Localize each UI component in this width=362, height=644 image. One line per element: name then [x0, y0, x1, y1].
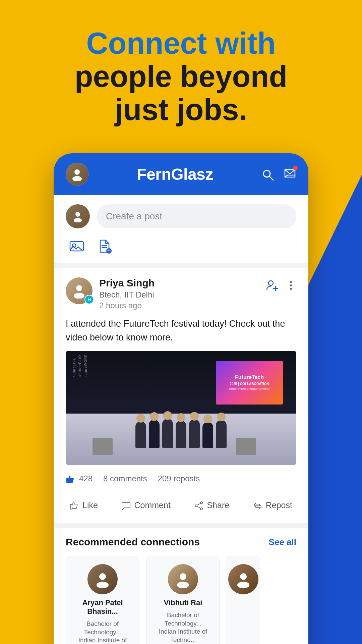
connect-user-button[interactable] [266, 277, 279, 291]
post-user-info: H Priya Singh Btech, IIT Delhi 2 hours a… [66, 277, 155, 310]
repost-label: Repost [266, 500, 292, 510]
share-icon [194, 499, 203, 511]
svg-point-22 [200, 508, 202, 510]
post-stats: 428 8 comments 209 reposts [66, 473, 296, 491]
svg-point-26 [99, 573, 106, 580]
post-action-icons [66, 236, 296, 256]
like-button[interactable]: Like [66, 497, 102, 514]
notification-badge [293, 166, 298, 170]
app-content: Create a post [54, 195, 308, 644]
user-badge: H [84, 295, 94, 304]
connection-avatar-1 [87, 564, 118, 594]
svg-point-0 [74, 169, 80, 175]
repost-button[interactable]: Repost [249, 497, 296, 514]
stage-screen: FutureTech 2025 | COLLABORATION #CREATIV… [216, 361, 283, 405]
likes-stat: 428 [66, 473, 93, 484]
post-user-name: Priya Singh [99, 277, 155, 289]
header-icons [261, 167, 296, 181]
connection-role-2: Bachelor of Technology... Indian Institu… [152, 611, 214, 644]
svg-point-15 [268, 281, 273, 285]
svg-point-27 [97, 582, 109, 588]
photo-icon[interactable] [67, 236, 86, 256]
svg-point-31 [237, 582, 249, 588]
connection-avatar-3 [228, 564, 258, 594]
connection-role-1: Bachelor of Technology... Indian Institu… [71, 620, 134, 644]
post-text: I attended the FutureTech festival today… [66, 317, 296, 344]
phone-mock: FernGlasz [54, 153, 308, 644]
recommended-title: Recommended connections [66, 536, 200, 548]
connection-name-2: Vibhuti Rai [164, 598, 202, 607]
stage-people [135, 419, 227, 448]
svg-point-1 [72, 176, 82, 181]
recommended-header: Recommended connections See all [66, 536, 296, 548]
avatar-image [66, 163, 88, 185]
messages-icon[interactable] [284, 167, 296, 181]
post-user-role: Btech, IIT Delhi [99, 290, 154, 300]
repost-icon [253, 499, 262, 511]
create-post-row: Create a post [66, 204, 296, 228]
svg-line-24 [197, 503, 200, 505]
create-post-input[interactable]: Create a post [97, 204, 296, 228]
comment-label: Comment [134, 500, 170, 510]
post-user-details: Priya Singh Btech, IIT Delhi 2 hours ago [99, 277, 155, 310]
header-user-avatar[interactable] [66, 163, 88, 185]
svg-point-28 [180, 573, 186, 580]
reposts-count: 209 reposts [158, 474, 200, 483]
app-title: FernGlasz [137, 165, 213, 183]
like-thumb-icon [66, 473, 76, 484]
reposts-stat: 209 reposts [158, 474, 200, 483]
connection-name-1: Aryan Patel Bhasin... [71, 598, 134, 616]
post-header-actions [266, 277, 296, 291]
svg-point-14 [74, 293, 84, 299]
share-label: Share [207, 500, 229, 510]
svg-point-30 [240, 573, 247, 580]
event-stage: FutureTech 2025 | COLLABORATION #CREATIV… [66, 351, 296, 465]
create-post-placeholder: Create a post [106, 211, 162, 221]
comment-button[interactable]: Comment [117, 497, 174, 514]
recommended-section: Recommended connections See all Aryan Pa… [54, 528, 308, 644]
post-user-avatar-container: H [66, 277, 93, 304]
likes-count: 428 [79, 474, 93, 483]
comment-icon [121, 499, 131, 511]
svg-point-20 [290, 288, 292, 290]
create-post-section: Create a post [54, 195, 308, 263]
connections-row: Aryan Patel Bhasin... Bachelor of Techno… [66, 556, 296, 644]
connection-card-1[interactable]: Aryan Patel Bhasin... Bachelor of Techno… [66, 556, 139, 644]
svg-point-18 [290, 281, 292, 283]
post-header: H Priya Singh Btech, IIT Delhi 2 hours a… [66, 277, 296, 310]
post-image: FutureTech 2025 | COLLABORATION #CREATIV… [66, 351, 296, 465]
post-time: 2 hours ago [99, 301, 155, 310]
document-icon[interactable] [95, 236, 114, 256]
search-icon[interactable] [261, 167, 274, 181]
comments-stat: 8 comments [103, 474, 147, 483]
see-all-button[interactable]: See all [269, 537, 296, 547]
post-card: H Priya Singh Btech, IIT Delhi 2 hours a… [54, 268, 308, 523]
svg-point-19 [290, 284, 292, 286]
svg-point-13 [76, 285, 82, 291]
like-icon [70, 499, 79, 511]
svg-line-3 [269, 176, 273, 180]
current-user-avatar [66, 204, 90, 228]
svg-point-21 [200, 502, 202, 504]
phone-container: FernGlasz [0, 147, 362, 644]
svg-point-5 [74, 218, 82, 222]
comments-count: 8 comments [103, 474, 147, 483]
more-options-button[interactable] [286, 277, 296, 291]
connection-avatar-2 [168, 564, 198, 594]
app-header: FernGlasz [54, 153, 308, 195]
share-button[interactable]: Share [190, 497, 233, 514]
heading-section: Connect with people beyond just jobs. [0, 0, 362, 147]
connection-card-2[interactable]: Vibhuti Rai Bachelor of Technology... In… [146, 556, 220, 644]
post-actions: Like Comment [66, 497, 296, 514]
svg-line-25 [197, 506, 200, 508]
svg-point-23 [195, 505, 197, 507]
connection-card-3[interactable] [227, 556, 260, 644]
heading-line1: Connect with [0, 27, 362, 60]
svg-point-29 [177, 582, 189, 588]
svg-point-4 [75, 212, 80, 217]
like-label: Like [82, 500, 98, 510]
heading-line2: people beyond just jobs. [0, 60, 362, 126]
